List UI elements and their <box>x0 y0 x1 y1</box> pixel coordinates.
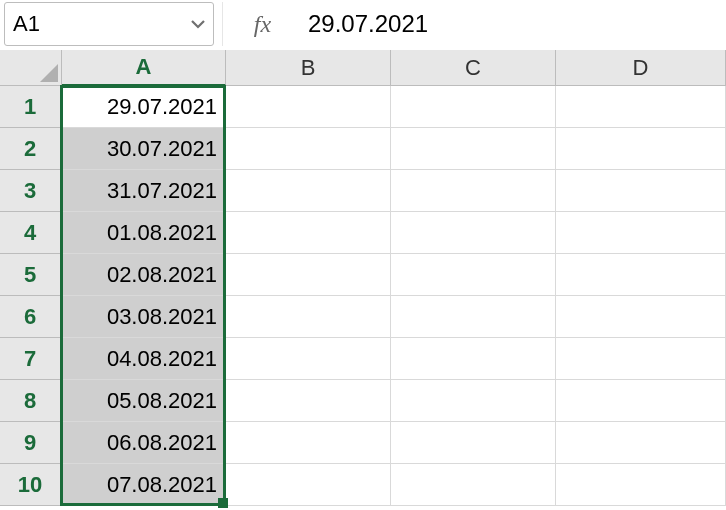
cell-D2[interactable] <box>556 128 726 170</box>
cell-C6[interactable] <box>391 296 556 338</box>
row-2: 2 30.07.2021 <box>0 128 726 170</box>
cell-D7[interactable] <box>556 338 726 380</box>
cell-D10[interactable] <box>556 464 726 506</box>
cell-A9[interactable]: 06.08.2021 <box>62 422 226 464</box>
cell-D4[interactable] <box>556 212 726 254</box>
column-header-C[interactable]: C <box>391 50 556 86</box>
row-7: 7 04.08.2021 <box>0 338 726 380</box>
cell-A6[interactable]: 03.08.2021 <box>62 296 226 338</box>
cell-C10[interactable] <box>391 464 556 506</box>
cell-A2[interactable]: 30.07.2021 <box>62 128 226 170</box>
row-8: 8 05.08.2021 <box>0 380 726 422</box>
cell-A4[interactable]: 01.08.2021 <box>62 212 226 254</box>
cell-D6[interactable] <box>556 296 726 338</box>
cell-B3[interactable] <box>226 170 391 212</box>
cell-C8[interactable] <box>391 380 556 422</box>
row-header-8[interactable]: 8 <box>0 380 62 422</box>
cell-D3[interactable] <box>556 170 726 212</box>
cell-A7[interactable]: 04.08.2021 <box>62 338 226 380</box>
row-4: 4 01.08.2021 <box>0 212 726 254</box>
select-all-corner[interactable] <box>0 50 62 86</box>
cell-C5[interactable] <box>391 254 556 296</box>
row-header-5[interactable]: 5 <box>0 254 62 296</box>
row-header-10[interactable]: 10 <box>0 464 62 506</box>
cell-C2[interactable] <box>391 128 556 170</box>
row-6: 6 03.08.2021 <box>0 296 726 338</box>
column-header-D[interactable]: D <box>556 50 726 86</box>
cell-A1[interactable]: 29.07.2021 <box>62 86 226 128</box>
row-10: 10 07.08.2021 <box>0 464 726 506</box>
cell-D1[interactable] <box>556 86 726 128</box>
cell-B7[interactable] <box>226 338 391 380</box>
row-header-2[interactable]: 2 <box>0 128 62 170</box>
cell-D9[interactable] <box>556 422 726 464</box>
cell-D5[interactable] <box>556 254 726 296</box>
cell-C1[interactable] <box>391 86 556 128</box>
column-headers: A B C D <box>0 50 726 86</box>
cell-B10[interactable] <box>226 464 391 506</box>
row-header-9[interactable]: 9 <box>0 422 62 464</box>
cell-B5[interactable] <box>226 254 391 296</box>
row-header-1[interactable]: 1 <box>0 86 62 128</box>
cell-C4[interactable] <box>391 212 556 254</box>
row-3: 3 31.07.2021 <box>0 170 726 212</box>
cell-C3[interactable] <box>391 170 556 212</box>
row-9: 9 06.08.2021 <box>0 422 726 464</box>
name-box-value: A1 <box>5 11 40 37</box>
formula-input[interactable]: 29.07.2021 <box>302 2 722 46</box>
chevron-down-icon[interactable] <box>189 15 207 33</box>
formula-input-value: 29.07.2021 <box>308 10 428 38</box>
cell-B2[interactable] <box>226 128 391 170</box>
cell-A3[interactable]: 31.07.2021 <box>62 170 226 212</box>
cell-A8[interactable]: 05.08.2021 <box>62 380 226 422</box>
fx-button[interactable]: fx <box>222 2 294 46</box>
cell-D8[interactable] <box>556 380 726 422</box>
fx-icon: fx <box>254 11 271 38</box>
select-all-icon <box>40 64 58 82</box>
row-header-6[interactable]: 6 <box>0 296 62 338</box>
name-box[interactable]: A1 <box>4 2 214 46</box>
cell-A5[interactable]: 02.08.2021 <box>62 254 226 296</box>
row-header-7[interactable]: 7 <box>0 338 62 380</box>
cell-B9[interactable] <box>226 422 391 464</box>
row-1: 1 29.07.2021 <box>0 86 726 128</box>
cell-A10[interactable]: 07.08.2021 <box>62 464 226 506</box>
cell-B4[interactable] <box>226 212 391 254</box>
cell-C7[interactable] <box>391 338 556 380</box>
column-header-B[interactable]: B <box>226 50 391 86</box>
formula-bar: A1 fx 29.07.2021 <box>0 0 726 50</box>
column-header-A[interactable]: A <box>62 50 226 86</box>
row-header-4[interactable]: 4 <box>0 212 62 254</box>
row-header-3[interactable]: 3 <box>0 170 62 212</box>
cell-B6[interactable] <box>226 296 391 338</box>
cell-C9[interactable] <box>391 422 556 464</box>
spreadsheet-grid: A B C D 1 29.07.2021 2 30.07.2021 3 31.0… <box>0 50 726 506</box>
cell-B8[interactable] <box>226 380 391 422</box>
row-5: 5 02.08.2021 <box>0 254 726 296</box>
cell-B1[interactable] <box>226 86 391 128</box>
